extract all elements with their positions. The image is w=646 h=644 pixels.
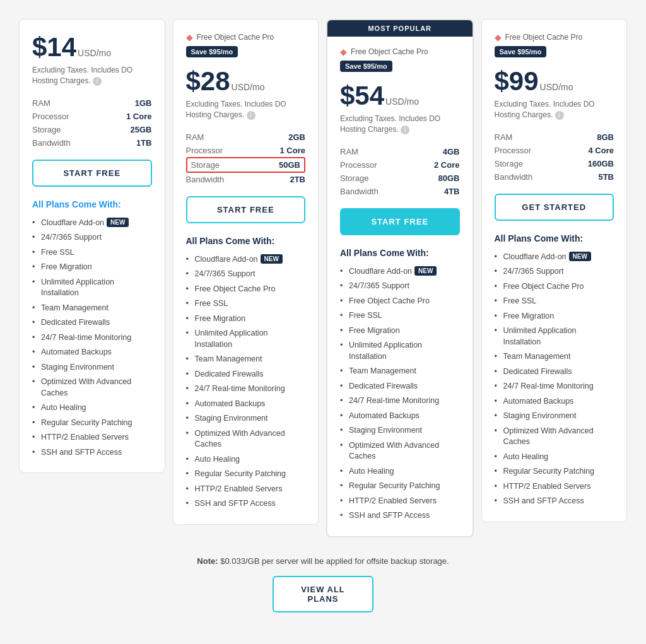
spec-label: Storage xyxy=(495,159,524,168)
feature-item: Unlimited Application Installation xyxy=(32,275,152,301)
feature-item: Automated Backups xyxy=(32,345,152,360)
feature-item: Staging Environment xyxy=(340,423,460,438)
promo-row: ◆ Free Object Cache Pro Save $95/mo xyxy=(186,32,306,57)
promo-icon: ◆ xyxy=(340,47,347,57)
spec-label: Storage xyxy=(32,125,61,134)
feature-item: Automated Backups xyxy=(340,409,460,424)
feature-item: HTTP/2 Enabled Servers xyxy=(186,482,306,497)
features-title: All Plans Come With: xyxy=(32,199,152,209)
spec-row: Storage 50GB xyxy=(186,157,306,173)
feature-item: SSH and SFTP Access xyxy=(186,496,306,512)
spec-value: 1 Core xyxy=(126,112,151,121)
spec-label: Bandwidth xyxy=(186,175,225,184)
feature-item: 24/7/365 Support xyxy=(186,267,306,282)
spec-row: Storage 25GB xyxy=(32,123,152,136)
spec-row: Processor 2 Core xyxy=(340,158,460,172)
specs-table: RAM 4GB Processor 2 Core Storage 80GB Ba… xyxy=(340,145,460,198)
spec-row: Bandwidth 2TB xyxy=(186,173,306,186)
features-list: Cloudflare Add-onNEW24/7/365 SupportFree… xyxy=(340,264,460,524)
spec-row: Processor 4 Core xyxy=(495,144,614,157)
feature-item: Team Management xyxy=(340,364,460,379)
save-badge: Save $95/mo xyxy=(186,46,238,57)
feature-item: Staging Environment xyxy=(32,360,152,375)
plan-card-plan-54: MOST POPULAR ◆ Free Object Cache Pro Sav… xyxy=(326,19,474,537)
feature-item: Team Management xyxy=(186,352,306,367)
spec-value: 8GB xyxy=(597,132,614,142)
features-title: All Plans Come With: xyxy=(186,236,306,246)
spec-row: RAM 4GB xyxy=(340,145,460,158)
footer-note: Note: $0.033/GB per server will be appli… xyxy=(19,556,627,566)
start-button[interactable]: START FREE xyxy=(186,196,306,223)
specs-table: RAM 2GB Processor 1 Core Storage 50GB Ba… xyxy=(186,131,306,186)
feature-item: Team Management xyxy=(495,349,614,365)
feature-item: Optimized With Advanced Caches xyxy=(186,426,306,452)
start-button[interactable]: START FREE xyxy=(340,208,460,235)
feature-item: Dedicated Firewalls xyxy=(32,315,152,331)
feature-item: Dedicated Firewalls xyxy=(186,367,306,382)
feature-item: Free SSL xyxy=(186,296,306,312)
spec-value: 80GB xyxy=(438,173,460,183)
spec-label: RAM xyxy=(495,132,513,142)
feature-item: Auto Healing xyxy=(186,452,306,467)
spec-row: Processor 1 Core xyxy=(32,110,152,123)
spec-label: Bandwidth xyxy=(340,187,379,196)
spec-label: Processor xyxy=(32,112,69,121)
feature-item: Staging Environment xyxy=(186,411,306,426)
feature-item: Dedicated Firewalls xyxy=(495,365,614,380)
spec-row: Bandwidth 4TB xyxy=(340,185,460,198)
feature-item: SSH and SFTP Access xyxy=(340,508,460,524)
start-button[interactable]: GET STARTED xyxy=(495,194,614,221)
feature-item: Free Object Cache Pro xyxy=(495,279,614,295)
feature-item: Auto Healing xyxy=(495,450,614,465)
feature-item: 24/7 Real-time Monitoring xyxy=(32,331,152,346)
feature-item: Dedicated Firewalls xyxy=(340,379,460,394)
feature-item: SSH and SFTP Access xyxy=(495,494,614,509)
feature-item: Regular Security Patching xyxy=(340,479,460,494)
feature-item: Free SSL xyxy=(340,308,460,324)
plan-card-plan-99: ◆ Free Object Cache Pro Save $95/mo $99 … xyxy=(481,19,628,522)
feature-item: Free Migration xyxy=(32,260,152,275)
feature-item: Team Management xyxy=(32,301,152,316)
feature-item: 24/7 Real-time Monitoring xyxy=(340,394,460,409)
feature-item: 24/7/365 Support xyxy=(495,264,614,279)
start-button[interactable]: START FREE xyxy=(32,160,152,187)
promo-text: Free Object Cache Pro xyxy=(505,33,583,42)
info-icon[interactable]: i xyxy=(555,111,564,120)
plan-card-plan-28: ◆ Free Object Cache Pro Save $95/mo $28 … xyxy=(173,19,319,525)
feature-item: Auto Healing xyxy=(32,401,152,416)
info-icon[interactable]: i xyxy=(247,111,255,120)
spec-value: 5TB xyxy=(598,172,614,182)
info-icon[interactable]: i xyxy=(401,126,409,134)
feature-item: Free Migration xyxy=(495,309,614,324)
features-list: Cloudflare Add-onNEW24/7/365 SupportFree… xyxy=(495,250,614,509)
feature-item: 24/7 Real-time Monitoring xyxy=(186,382,306,397)
feature-item: HTTP/2 Enabled Servers xyxy=(340,494,460,509)
spec-row: Bandwidth 5TB xyxy=(495,170,614,184)
new-badge: NEW xyxy=(414,266,437,276)
feature-item: Optimized With Advanced Caches xyxy=(495,424,614,450)
feature-item: Automated Backups xyxy=(495,394,614,409)
spec-value: 4TB xyxy=(444,187,460,196)
spec-row: RAM 2GB xyxy=(186,131,306,144)
spec-row: Bandwidth 1TB xyxy=(32,136,152,149)
feature-item: Cloudflare Add-onNEW xyxy=(186,252,306,267)
spec-value: 4 Core xyxy=(589,146,614,155)
features-list: Cloudflare Add-onNEW24/7/365 SupportFree… xyxy=(32,216,152,460)
feature-item: Unlimited Application Installation xyxy=(186,326,306,352)
page-wrapper: $14 USD/mo Excluding Taxes. Includes DO … xyxy=(13,13,633,619)
spec-value: 2GB xyxy=(288,132,305,142)
specs-table: RAM 1GB Processor 1 Core Storage 25GB Ba… xyxy=(32,97,152,149)
feature-item: Unlimited Application Installation xyxy=(495,324,614,349)
feature-item: Free Object Cache Pro xyxy=(340,294,460,309)
feature-item: Free Object Cache Pro xyxy=(186,282,306,297)
price-row: $14 USD/mo xyxy=(32,32,152,62)
promo-icon: ◆ xyxy=(495,32,502,42)
view-all-button[interactable]: VIEW ALL PLANS xyxy=(273,576,373,612)
promo-text: Free Object Cache Pro xyxy=(197,33,274,42)
promo-text: Free Object Cache Pro xyxy=(351,47,428,56)
price-unit: USD/mo xyxy=(385,97,419,107)
spec-value: 2 Core xyxy=(434,160,459,170)
save-badge: Save $95/mo xyxy=(340,61,392,72)
feature-item: Regular Security Patching xyxy=(186,467,306,482)
info-icon[interactable]: i xyxy=(93,77,102,86)
